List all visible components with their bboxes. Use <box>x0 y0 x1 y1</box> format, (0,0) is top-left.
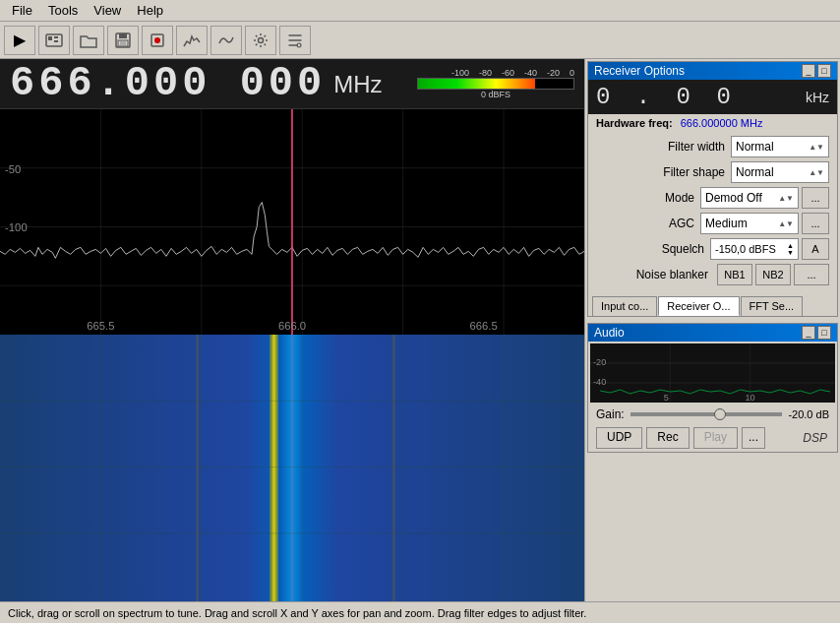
gain-label: Gain: <box>596 407 625 421</box>
main-area: 666.000 000 MHz -100-80-60-40-200 0 dBFS <box>0 59 840 601</box>
dsp-label: DSP <box>801 429 829 447</box>
filter-width-select[interactable]: Normal ▲▼ <box>731 136 829 157</box>
filter-shape-label: Filter shape <box>663 165 725 179</box>
agc-value: Medium <box>705 217 748 230</box>
save-button[interactable] <box>107 26 139 55</box>
titlebar-buttons: _ □ <box>802 64 831 78</box>
menu-view[interactable]: View <box>86 1 129 20</box>
squelch-auto-button[interactable]: A <box>802 238 829 260</box>
tab-receiver-options[interactable]: Receiver O... <box>658 296 739 316</box>
toolbar: ▶ <box>0 22 840 59</box>
audio-panel: Audio _ □ -20 -40 5 <box>587 323 838 453</box>
svg-text:-20: -20 <box>593 357 606 367</box>
menu-file[interactable]: File <box>4 1 40 20</box>
filter-shape-arrow: ▲▼ <box>809 168 824 177</box>
filter-shape-row: Filter shape Normal ▲▼ <box>596 161 829 183</box>
hardware-button[interactable] <box>38 26 70 55</box>
tab-fft-settings[interactable]: FFT Se... <box>741 296 804 316</box>
svg-text:666.0: 666.0 <box>278 320 306 332</box>
svg-text:666.5: 666.5 <box>470 320 498 332</box>
nb-more-button[interactable]: ... <box>794 264 829 285</box>
settings-button[interactable] <box>245 26 276 55</box>
rec-button[interactable]: Rec <box>646 427 689 449</box>
svg-rect-42 <box>590 343 835 403</box>
tab-input-controls[interactable]: Input co... <box>592 296 657 316</box>
waterfall-view[interactable] <box>0 335 584 601</box>
play-button[interactable]: ▶ <box>4 26 35 55</box>
menu-tools[interactable]: Tools <box>40 1 86 20</box>
signal-meter: -100-80-60-40-200 0 dBFS <box>417 68 574 99</box>
tab-row: Input co... Receiver O... FFT Se... <box>588 293 837 316</box>
signal-bar-container <box>417 78 574 90</box>
mode-row: Mode Demod Off ▲▼ ... <box>596 187 829 209</box>
config-button[interactable] <box>279 26 311 55</box>
agc-more-button[interactable]: ... <box>802 213 829 234</box>
gain-slider[interactable] <box>630 412 783 416</box>
spectrum-view[interactable]: -50 -100 665.5 666.0 666.5 <box>0 108 584 335</box>
mode-select[interactable]: Demod Off ▲▼ <box>700 187 799 209</box>
filter-width-value: Normal <box>736 140 774 154</box>
demod-button[interactable] <box>210 26 242 55</box>
frequency-input-row: 0 . 0 0 kHz <box>588 80 837 114</box>
filter-shape-value: Normal <box>736 165 774 179</box>
svg-rect-1 <box>48 36 52 40</box>
receiver-options-panel: Receiver Options _ □ 0 . 0 0 kHz Hardwar… <box>587 61 838 317</box>
svg-rect-5 <box>119 33 127 38</box>
audio-spectrum: -20 -40 5 10 <box>590 343 835 403</box>
audio-minimize-button[interactable]: _ <box>802 326 815 340</box>
nb2-button[interactable]: NB2 <box>755 264 791 285</box>
status-text: Click, drag or scroll on spectrum to tun… <box>8 607 586 619</box>
signal-bar <box>418 79 535 89</box>
audio-maximize-button[interactable]: □ <box>817 326 831 340</box>
svg-text:-100: -100 <box>5 222 28 234</box>
receiver-options-title: Receiver Options <box>594 64 685 78</box>
hardware-freq-label: Hardware freq: <box>596 117 673 129</box>
squelch-input[interactable]: -150,0 dBFS ▲▼ <box>710 238 799 260</box>
svg-rect-3 <box>54 40 58 42</box>
mode-value: Demod Off <box>705 191 762 205</box>
squelch-row: Squelch -150,0 dBFS ▲▼ A <box>596 238 829 260</box>
frequency-readout: 666.000 000 <box>10 60 326 107</box>
gain-thumb[interactable] <box>714 408 726 420</box>
right-panel: Receiver Options _ □ 0 . 0 0 kHz Hardwar… <box>584 59 840 601</box>
squelch-value: -150,0 dBFS <box>715 243 776 255</box>
signal-scale: -100-80-60-40-200 <box>451 68 574 78</box>
record-button[interactable] <box>142 26 173 55</box>
svg-rect-7 <box>120 41 126 45</box>
svg-text:10: 10 <box>746 393 755 403</box>
svg-point-9 <box>154 37 160 43</box>
audio-more-button[interactable]: ... <box>742 427 765 449</box>
audio-titlebar-buttons: _ □ <box>802 326 831 340</box>
receiver-options-titlebar: Receiver Options _ □ <box>588 62 837 80</box>
udp-button[interactable]: UDP <box>596 427 642 449</box>
gain-row: Gain: -20.0 dB <box>588 405 837 424</box>
agc-select[interactable]: Medium ▲▼ <box>700 213 799 234</box>
signal-label: 0 dBFS <box>417 90 574 99</box>
spectrum-panel: 666.000 000 MHz -100-80-60-40-200 0 dBFS <box>0 59 584 601</box>
audio-titlebar: Audio _ □ <box>588 324 837 342</box>
svg-text:665.5: 665.5 <box>87 320 114 332</box>
spectrum-button[interactable] <box>176 26 208 55</box>
maximize-button[interactable]: □ <box>817 64 831 78</box>
mode-more-button[interactable]: ... <box>802 187 829 209</box>
svg-text:-40: -40 <box>593 377 606 387</box>
play-button[interactable]: Play <box>693 427 738 449</box>
filter-width-arrow: ▲▼ <box>809 143 824 152</box>
svg-text:-50: -50 <box>5 163 21 175</box>
gain-value: -20.0 dB <box>788 408 829 420</box>
menubar: File Tools View Help <box>0 0 840 22</box>
hardware-freq-row: Hardware freq: 666.000000 MHz <box>588 114 837 132</box>
statusbar: Click, drag or scroll on spectrum to tun… <box>0 601 840 623</box>
minimize-button[interactable]: _ <box>802 64 815 78</box>
hardware-freq-value: 666.000000 MHz <box>681 117 763 129</box>
menu-help[interactable]: Help <box>129 1 171 20</box>
svg-rect-40 <box>392 335 394 601</box>
open-button[interactable] <box>73 26 104 55</box>
agc-arrow: ▲▼ <box>778 219 794 228</box>
nb1-button[interactable]: NB1 <box>717 264 752 285</box>
squelch-arrow: ▲▼ <box>787 242 794 256</box>
agc-label: AGC <box>669 217 694 230</box>
noise-blanker-row: Noise blanker NB1 NB2 ... <box>596 264 829 285</box>
frequency-input-display[interactable]: 0 . 0 0 <box>596 84 737 110</box>
filter-shape-select[interactable]: Normal ▲▼ <box>731 161 829 183</box>
